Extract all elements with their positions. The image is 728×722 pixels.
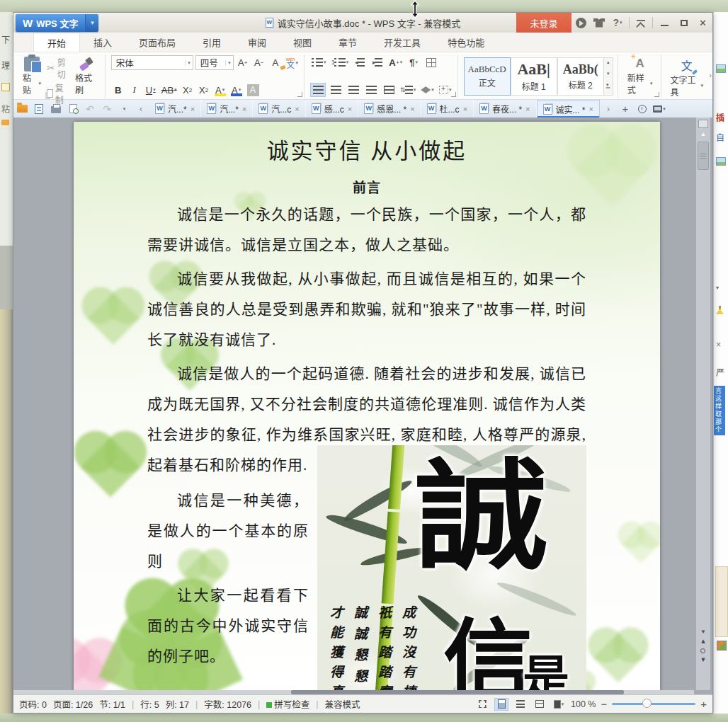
- tab-home[interactable]: 开始: [33, 33, 80, 52]
- status-word-count[interactable]: 字数: 12076: [204, 697, 251, 711]
- close-button[interactable]: ✕: [693, 13, 712, 33]
- switch-window-button[interactable]: ▾: [651, 100, 668, 118]
- styles-dialog-launcher[interactable]: [654, 92, 659, 97]
- close-tab-icon[interactable]: ×: [348, 105, 352, 113]
- tab-developer[interactable]: 开发工具: [370, 33, 434, 52]
- decrease-indent-button[interactable]: ◂: [352, 55, 368, 69]
- quickbar-dropdown[interactable]: ▾: [115, 100, 132, 118]
- document-page[interactable]: 诚实守信 从小做起 前言 诚信是一个永久的话题，一个民族，一个国家，一个人，都需…: [74, 122, 660, 694]
- task-pane-collapse-icon[interactable]: ›: [709, 71, 712, 79]
- numbering-button[interactable]: 1: [330, 55, 351, 69]
- scroll-up-icon[interactable]: ▲: [700, 131, 706, 137]
- status-spell-check[interactable]: 拼写检查: [266, 697, 309, 711]
- vertical-scrollbar[interactable]: ▲ ▼ ▲▲ ▼▼: [696, 118, 710, 690]
- redo-button[interactable]: ↷: [98, 100, 115, 118]
- close-tab-icon[interactable]: ×: [295, 105, 299, 113]
- distribute-button[interactable]: [381, 83, 397, 97]
- help-icon[interactable]: ?▾: [608, 13, 627, 33]
- strikethrough-button[interactable]: AB: [160, 83, 178, 97]
- text-tools-button[interactable]: 文 文字工具▾: [667, 55, 707, 97]
- tab-references[interactable]: 引用: [189, 33, 234, 52]
- character-shading-button[interactable]: A: [246, 83, 261, 97]
- reading-view-button[interactable]: ▾: [552, 698, 566, 711]
- style-normal[interactable]: AaBbCcD 正文: [464, 57, 511, 96]
- skin-icon[interactable]: [590, 13, 608, 33]
- undo-button[interactable]: ↶: [81, 100, 98, 118]
- outline-view-button[interactable]: [513, 698, 528, 711]
- zoom-percentage[interactable]: 100 %: [571, 699, 596, 709]
- close-tab-icon[interactable]: ×: [410, 105, 414, 113]
- zoom-out-button[interactable]: −: [601, 698, 607, 710]
- paragraph-mark-button[interactable]: ¶: [406, 55, 421, 69]
- open-button[interactable]: [13, 100, 30, 118]
- maximize-button[interactable]: [674, 13, 693, 33]
- doc-tab[interactable]: W感...c×: [306, 100, 358, 118]
- new-style-button[interactable]: A 新样式▾: [624, 55, 656, 97]
- paste-button[interactable]: 粘贴▾: [19, 55, 45, 97]
- styles-scroll-down-icon[interactable]: ▾: [607, 71, 610, 76]
- tab-special-features[interactable]: 特色功能: [434, 33, 498, 52]
- shrink-font-button[interactable]: A−: [252, 56, 266, 70]
- pinyin-guide-button[interactable]: wén文: [285, 56, 300, 70]
- previous-page-icon[interactable]: ▲▲: [700, 640, 706, 643]
- bullets-button[interactable]: [310, 55, 328, 69]
- zoom-slider-thumb[interactable]: [642, 699, 652, 708]
- styles-scroll-up-icon[interactable]: ▴: [607, 59, 610, 65]
- tab-section[interactable]: 章节: [325, 33, 370, 52]
- next-page-icon[interactable]: ▼▼: [700, 658, 706, 662]
- style-heading1[interactable]: AaB| 标题 1: [511, 57, 557, 96]
- select-browse-object-icon[interactable]: [700, 648, 705, 653]
- style-heading2[interactable]: AaBb( 标题 2: [557, 57, 604, 96]
- scroll-down-icon[interactable]: ▼: [700, 629, 706, 635]
- doc-tab-active[interactable]: W诚实... *×: [537, 100, 600, 118]
- close-tab-icon[interactable]: ×: [190, 105, 195, 113]
- format-painter-button[interactable]: 格式刷: [72, 55, 101, 97]
- close-tab-icon[interactable]: ×: [463, 105, 467, 113]
- align-left-button[interactable]: [310, 83, 326, 97]
- tab-review[interactable]: 审阅: [234, 33, 280, 52]
- align-right-button[interactable]: [346, 83, 361, 97]
- font-name-combo[interactable]: 宋体▾: [111, 55, 193, 70]
- shading-button[interactable]: [419, 83, 436, 97]
- zoom-slider[interactable]: [612, 703, 695, 705]
- background-window-right-strip[interactable]: 插 自 ▾ × 严 言 这样 取 那个: [713, 12, 728, 714]
- close-tab-icon[interactable]: ×: [242, 105, 246, 113]
- tab-page-layout[interactable]: 页面布局: [125, 33, 189, 52]
- styles-more-icon[interactable]: ▾▔: [606, 82, 610, 93]
- print-layout-view-button[interactable]: [494, 698, 508, 711]
- font-color-button[interactable]: A: [229, 83, 244, 97]
- fullscreen-view-button[interactable]: [475, 698, 489, 711]
- doc-tab[interactable]: W杜...c×: [421, 100, 474, 118]
- close-tab-icon[interactable]: ×: [525, 105, 530, 113]
- insert-table-button[interactable]: [423, 55, 439, 69]
- font-dialog-launcher[interactable]: [297, 92, 302, 97]
- italic-button[interactable]: I: [127, 83, 142, 97]
- tab-view[interactable]: 视图: [280, 33, 325, 52]
- superscript-button[interactable]: X2: [181, 83, 195, 97]
- font-size-combo[interactable]: 四号▾: [195, 55, 234, 70]
- doc-tab[interactable]: W汽...c×: [253, 100, 305, 118]
- app-menu-dropdown-arrow[interactable]: ▼: [85, 14, 98, 32]
- new-document-tab-button[interactable]: +: [617, 100, 634, 118]
- web-layout-view-button[interactable]: [533, 698, 547, 711]
- recent-documents-button[interactable]: [634, 100, 651, 118]
- wps-app-button[interactable]: WWPS 文字 ▼: [16, 14, 98, 32]
- horizontal-scrollbar[interactable]: [13, 690, 694, 694]
- justify-button[interactable]: [363, 83, 379, 97]
- line-spacing-button[interactable]: ⇅: [399, 83, 417, 97]
- tab-insert[interactable]: 插入: [80, 33, 125, 52]
- login-button[interactable]: 未登录: [516, 13, 571, 33]
- collapse-ribbon-icon[interactable]: [632, 13, 650, 33]
- align-center-button[interactable]: [328, 83, 343, 97]
- zoom-in-button[interactable]: +: [700, 698, 707, 710]
- update-icon[interactable]: [571, 13, 590, 33]
- cut-button[interactable]: ✂剪切: [45, 55, 72, 81]
- horizontal-scrollbar-thumb[interactable]: [291, 690, 624, 694]
- copy-button[interactable]: 复制: [45, 81, 72, 106]
- clear-format-button[interactable]: A: [268, 56, 283, 70]
- grow-font-button[interactable]: A+: [236, 56, 250, 70]
- inline-image-integrity-poster[interactable]: 誠 信 是 才能獲得真正 誠誠懇懇 祇有踏踏實實 成功沒有捷徑: [317, 445, 586, 694]
- doc-tab[interactable]: W汽...*×: [201, 100, 253, 118]
- paragraph-dialog-launcher[interactable]: [451, 92, 456, 97]
- background-window-left-strip[interactable]: 下 理 粘: [0, 12, 13, 714]
